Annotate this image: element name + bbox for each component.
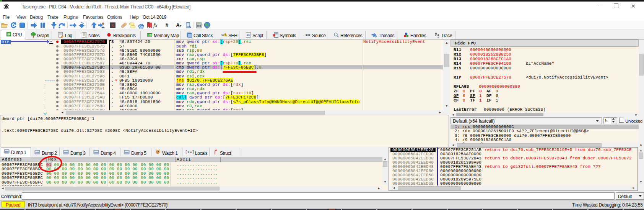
svg-text:!: !: [225, 34, 226, 36]
svg-text:<>: <>: [246, 33, 250, 37]
svg-text:fx: fx: [153, 23, 158, 28]
svg-text:z: z: [180, 24, 182, 28]
svg-text:S: S: [111, 23, 114, 28]
svg-text:<>: <>: [306, 33, 311, 37]
svg-text:A: A: [176, 23, 180, 28]
svg-text:64: 64: [7, 33, 10, 36]
svg-text:#: #: [166, 22, 169, 28]
